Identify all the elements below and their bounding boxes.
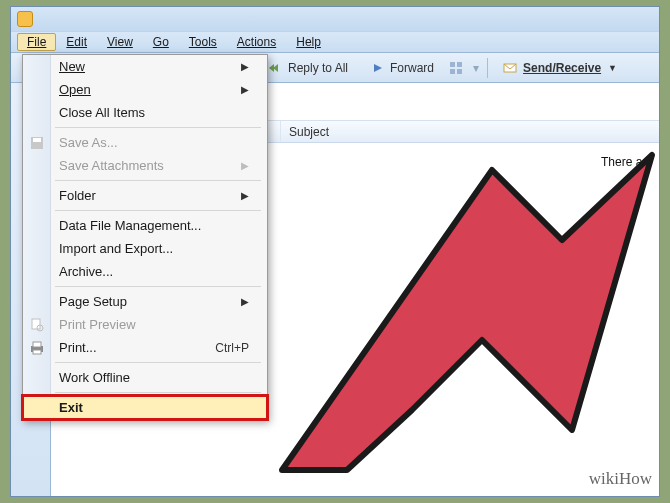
- menu-print-preview: Print Preview: [23, 313, 267, 336]
- titlebar: [11, 7, 659, 31]
- col-subject[interactable]: Subject: [281, 121, 659, 142]
- forward-button[interactable]: Forward: [363, 58, 441, 78]
- send-receive-icon: [503, 61, 519, 75]
- menu-tools[interactable]: Tools: [179, 33, 227, 51]
- save-icon: [29, 135, 45, 151]
- forward-icon: [370, 61, 386, 75]
- menubar: File Edit View Go Tools Actions Help: [11, 31, 659, 53]
- menu-go[interactable]: Go: [143, 33, 179, 51]
- menu-open[interactable]: Open▶: [23, 78, 267, 101]
- send-receive-button[interactable]: Send/Receive ▼: [496, 58, 624, 78]
- svg-rect-2: [450, 69, 455, 74]
- menu-edit[interactable]: Edit: [56, 33, 97, 51]
- menu-exit[interactable]: Exit: [23, 396, 267, 419]
- reply-all-label: Reply to All: [288, 61, 348, 75]
- menu-view[interactable]: View: [97, 33, 143, 51]
- send-receive-label: Send/Receive: [523, 61, 601, 75]
- wikihow-watermark: wikiHow: [589, 469, 652, 489]
- toolbar-grid-icon[interactable]: [449, 61, 465, 75]
- menu-close-all[interactable]: Close All Items: [23, 101, 267, 124]
- forward-label: Forward: [390, 61, 434, 75]
- svg-rect-7: [32, 319, 40, 329]
- svg-rect-3: [457, 69, 462, 74]
- menu-page-setup[interactable]: Page Setup▶: [23, 290, 267, 313]
- print-icon: [29, 340, 45, 356]
- menu-new[interactable]: New▶: [23, 55, 267, 78]
- app-icon: [17, 11, 33, 27]
- menu-import-export[interactable]: Import and Export...: [23, 237, 267, 260]
- print-shortcut: Ctrl+P: [215, 341, 249, 355]
- menu-file[interactable]: File: [17, 33, 56, 51]
- print-preview-icon: [29, 317, 45, 333]
- menu-save-as: Save As...: [23, 131, 267, 154]
- file-menu-dropdown: New▶ Open▶ Close All Items Save As... Sa…: [22, 54, 268, 420]
- svg-rect-0: [450, 62, 455, 67]
- reply-all-button[interactable]: Reply to All: [261, 58, 355, 78]
- menu-archive[interactable]: Archive...: [23, 260, 267, 283]
- svg-rect-6: [33, 138, 41, 142]
- reply-all-icon: [268, 61, 284, 75]
- menu-folder[interactable]: Folder▶: [23, 184, 267, 207]
- menu-print[interactable]: Print... Ctrl+P: [23, 336, 267, 359]
- menu-actions[interactable]: Actions: [227, 33, 286, 51]
- menu-help[interactable]: Help: [286, 33, 331, 51]
- menu-save-attachments: Save Attachments▶: [23, 154, 267, 177]
- menu-data-file-management[interactable]: Data File Management...: [23, 214, 267, 237]
- svg-rect-1: [457, 62, 462, 67]
- menu-work-offline[interactable]: Work Offline: [23, 366, 267, 389]
- svg-rect-10: [33, 342, 41, 347]
- svg-rect-11: [33, 350, 41, 354]
